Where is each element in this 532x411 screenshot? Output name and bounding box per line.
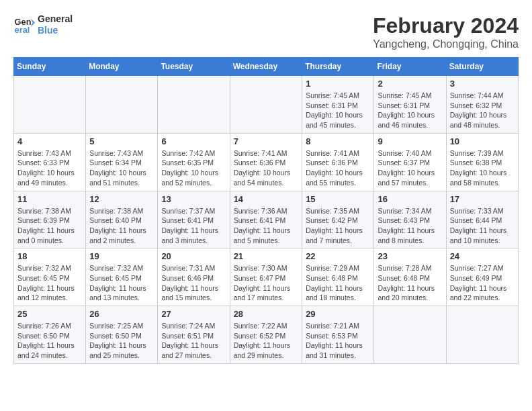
day-number: 7 — [234, 136, 299, 146]
day-number: 21 — [234, 251, 299, 261]
day-info: Sunrise: 7:41 AM Sunset: 6:36 PM Dayligh… — [306, 148, 370, 188]
calendar-cell: 1Sunrise: 7:45 AM Sunset: 6:31 PM Daylig… — [302, 76, 374, 134]
calendar-cell: 11Sunrise: 7:38 AM Sunset: 6:39 PM Dayli… — [14, 191, 86, 248]
day-info: Sunrise: 7:32 AM Sunset: 6:45 PM Dayligh… — [89, 263, 154, 303]
calendar-week-3: 11Sunrise: 7:38 AM Sunset: 6:39 PM Dayli… — [14, 191, 519, 248]
calendar-week-1: 1Sunrise: 7:45 AM Sunset: 6:31 PM Daylig… — [14, 76, 519, 134]
calendar-week-5: 25Sunrise: 7:26 AM Sunset: 6:50 PM Dayli… — [14, 306, 519, 364]
calendar-cell: 3Sunrise: 7:44 AM Sunset: 6:32 PM Daylig… — [446, 76, 518, 134]
calendar-cell: 15Sunrise: 7:35 AM Sunset: 6:42 PM Dayli… — [302, 191, 374, 248]
calendar-cell: 13Sunrise: 7:37 AM Sunset: 6:41 PM Dayli… — [158, 191, 230, 248]
calendar-cell: 18Sunrise: 7:32 AM Sunset: 6:45 PM Dayli… — [14, 248, 86, 306]
day-number: 9 — [378, 136, 442, 146]
day-number: 8 — [306, 136, 370, 146]
day-info: Sunrise: 7:40 AM Sunset: 6:37 PM Dayligh… — [378, 148, 442, 188]
day-number: 13 — [161, 194, 226, 204]
day-info: Sunrise: 7:43 AM Sunset: 6:33 PM Dayligh… — [17, 148, 82, 188]
day-number: 28 — [234, 309, 299, 319]
day-number: 24 — [450, 251, 515, 261]
calendar-cell: 4Sunrise: 7:43 AM Sunset: 6:33 PM Daylig… — [14, 133, 86, 191]
calendar-cell: 8Sunrise: 7:41 AM Sunset: 6:36 PM Daylig… — [302, 133, 374, 191]
day-info: Sunrise: 7:32 AM Sunset: 6:45 PM Dayligh… — [17, 263, 82, 303]
day-info: Sunrise: 7:43 AM Sunset: 6:34 PM Dayligh… — [89, 148, 154, 188]
calendar-cell: 6Sunrise: 7:42 AM Sunset: 6:35 PM Daylig… — [158, 133, 230, 191]
day-number: 19 — [89, 251, 154, 261]
calendar-cell: 16Sunrise: 7:34 AM Sunset: 6:43 PM Dayli… — [374, 191, 446, 248]
calendar-title: February 2024 — [373, 13, 519, 38]
calendar-cell — [374, 306, 446, 364]
header-friday: Friday — [374, 58, 446, 76]
day-number: 25 — [17, 309, 82, 319]
day-number: 22 — [306, 251, 370, 261]
calendar-cell: 23Sunrise: 7:28 AM Sunset: 6:48 PM Dayli… — [374, 248, 446, 306]
day-number: 17 — [450, 194, 515, 204]
day-info: Sunrise: 7:31 AM Sunset: 6:46 PM Dayligh… — [161, 263, 226, 303]
day-number: 11 — [17, 194, 82, 204]
header-wednesday: Wednesday — [230, 58, 302, 76]
logo-line2: Blue — [38, 25, 73, 36]
calendar-cell: 24Sunrise: 7:27 AM Sunset: 6:49 PM Dayli… — [446, 248, 518, 306]
calendar-cell: 10Sunrise: 7:39 AM Sunset: 6:38 PM Dayli… — [446, 133, 518, 191]
day-info: Sunrise: 7:29 AM Sunset: 6:48 PM Dayligh… — [306, 263, 370, 303]
day-info: Sunrise: 7:25 AM Sunset: 6:50 PM Dayligh… — [89, 321, 154, 361]
header-sunday: Sunday — [14, 58, 86, 76]
svg-marker-2 — [31, 18, 35, 27]
calendar-subtitle: Yangcheng, Chongqing, China — [373, 38, 519, 50]
day-number: 10 — [450, 136, 515, 146]
day-number: 12 — [89, 194, 154, 204]
calendar-cell: 2Sunrise: 7:45 AM Sunset: 6:31 PM Daylig… — [374, 76, 446, 134]
title-block: February 2024 Yangcheng, Chongqing, Chin… — [373, 13, 519, 50]
calendar-cell: 21Sunrise: 7:30 AM Sunset: 6:47 PM Dayli… — [230, 248, 302, 306]
day-number: 16 — [378, 194, 442, 204]
day-info: Sunrise: 7:36 AM Sunset: 6:41 PM Dayligh… — [234, 206, 299, 246]
header-thursday: Thursday — [302, 58, 374, 76]
day-info: Sunrise: 7:24 AM Sunset: 6:51 PM Dayligh… — [161, 321, 226, 361]
day-number: 20 — [161, 251, 226, 261]
calendar-cell: 29Sunrise: 7:21 AM Sunset: 6:53 PM Dayli… — [302, 306, 374, 364]
day-number: 29 — [306, 309, 370, 319]
day-number: 1 — [306, 79, 370, 89]
day-info: Sunrise: 7:21 AM Sunset: 6:53 PM Dayligh… — [306, 321, 370, 361]
calendar-cell: 17Sunrise: 7:33 AM Sunset: 6:44 PM Dayli… — [446, 191, 518, 248]
header-monday: Monday — [86, 58, 158, 76]
calendar-header-row: SundayMondayTuesdayWednesdayThursdayFrid… — [14, 58, 519, 76]
logo-line1: General — [38, 13, 73, 25]
day-number: 26 — [89, 309, 154, 319]
day-info: Sunrise: 7:42 AM Sunset: 6:35 PM Dayligh… — [161, 148, 226, 188]
calendar-week-2: 4Sunrise: 7:43 AM Sunset: 6:33 PM Daylig… — [14, 133, 519, 191]
day-info: Sunrise: 7:26 AM Sunset: 6:50 PM Dayligh… — [17, 321, 82, 361]
calendar-cell: 9Sunrise: 7:40 AM Sunset: 6:37 PM Daylig… — [374, 133, 446, 191]
day-info: Sunrise: 7:45 AM Sunset: 6:31 PM Dayligh… — [306, 91, 370, 130]
day-number: 15 — [306, 194, 370, 204]
calendar-week-4: 18Sunrise: 7:32 AM Sunset: 6:45 PM Dayli… — [14, 248, 519, 306]
day-number: 6 — [161, 136, 226, 146]
day-number: 5 — [89, 136, 154, 146]
calendar-cell — [230, 76, 302, 134]
day-info: Sunrise: 7:30 AM Sunset: 6:47 PM Dayligh… — [234, 263, 299, 303]
calendar-cell — [446, 306, 518, 364]
day-info: Sunrise: 7:37 AM Sunset: 6:41 PM Dayligh… — [161, 206, 226, 246]
calendar-cell: 12Sunrise: 7:38 AM Sunset: 6:40 PM Dayli… — [86, 191, 158, 248]
calendar-table: SundayMondayTuesdayWednesdayThursdayFrid… — [13, 57, 519, 364]
calendar-cell — [86, 76, 158, 134]
svg-text:eral: eral — [15, 25, 30, 35]
calendar-cell — [158, 76, 230, 134]
calendar-cell: 19Sunrise: 7:32 AM Sunset: 6:45 PM Dayli… — [86, 248, 158, 306]
day-number: 2 — [378, 79, 442, 89]
day-info: Sunrise: 7:38 AM Sunset: 6:39 PM Dayligh… — [17, 206, 82, 246]
day-info: Sunrise: 7:22 AM Sunset: 6:52 PM Dayligh… — [234, 321, 299, 361]
day-number: 27 — [161, 309, 226, 319]
day-number: 3 — [450, 79, 515, 89]
calendar-cell — [14, 76, 86, 134]
calendar-cell: 7Sunrise: 7:41 AM Sunset: 6:36 PM Daylig… — [230, 133, 302, 191]
header-saturday: Saturday — [446, 58, 518, 76]
day-number: 4 — [17, 136, 82, 146]
day-info: Sunrise: 7:28 AM Sunset: 6:48 PM Dayligh… — [378, 263, 442, 303]
day-number: 18 — [17, 251, 82, 261]
day-info: Sunrise: 7:44 AM Sunset: 6:32 PM Dayligh… — [450, 91, 515, 130]
day-info: Sunrise: 7:45 AM Sunset: 6:31 PM Dayligh… — [378, 91, 442, 130]
day-info: Sunrise: 7:35 AM Sunset: 6:42 PM Dayligh… — [306, 206, 370, 246]
logo: Gen eral General Blue — [13, 13, 73, 36]
calendar-cell: 5Sunrise: 7:43 AM Sunset: 6:34 PM Daylig… — [86, 133, 158, 191]
day-info: Sunrise: 7:34 AM Sunset: 6:43 PM Dayligh… — [378, 206, 442, 246]
